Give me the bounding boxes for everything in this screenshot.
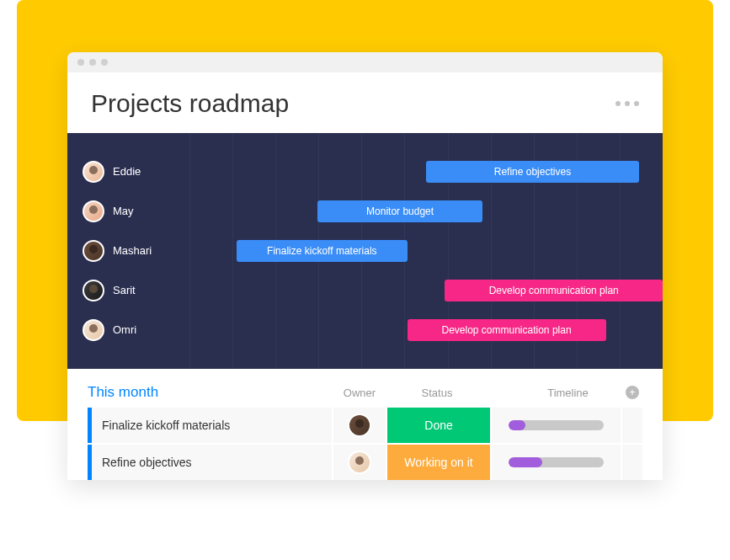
person-name: Mashari: [113, 244, 152, 257]
gantt-bar[interactable]: Develop communication plan: [445, 280, 663, 301]
plus-icon: +: [626, 386, 639, 399]
person-name: Eddie: [113, 165, 141, 178]
gantt-row: Mashari Finalize kickoff materials: [67, 231, 663, 270]
gantt-row: Sarit Develop communication plan: [67, 270, 663, 310]
traffic-light-icon: [89, 59, 96, 66]
dots-icon: [615, 101, 621, 106]
progress-bar: [509, 420, 604, 430]
gantt-person: May: [67, 200, 189, 222]
person-name: Omri: [113, 323, 136, 336]
person-name: Sarit: [113, 284, 136, 296]
avatar: [83, 200, 104, 222]
column-header-timeline: Timeline: [488, 387, 622, 399]
gantt-timeline: Eddie Refine objectives May Monitor budg…: [67, 133, 663, 369]
task-name-cell[interactable]: Refine objectives: [88, 445, 332, 480]
progress-bar: [509, 457, 604, 467]
app-window: Projects roadmap Eddie Refine objectives…: [67, 52, 663, 480]
gantt-row: Eddie Refine objectives: [67, 152, 663, 191]
table-row[interactable]: Refine objectives Working on it: [88, 445, 642, 480]
section-title: This month: [88, 384, 333, 401]
progress-fill: [509, 457, 542, 467]
avatar: [348, 413, 371, 437]
avatar: [83, 240, 104, 262]
gantt-track: Develop communication plan: [189, 280, 663, 301]
task-end-cell: [622, 445, 642, 480]
gantt-person: Sarit: [67, 280, 189, 301]
add-column-button[interactable]: +: [622, 386, 642, 399]
section-header-row: This month Owner Status Timeline +: [88, 384, 642, 408]
gantt-bar[interactable]: Finalize kickoff materials: [237, 240, 407, 262]
table-row[interactable]: Finalize kickoff materials Done: [88, 408, 642, 443]
gantt-track: Monitor budget: [189, 200, 663, 222]
avatar: [83, 161, 104, 183]
window-titlebar: [67, 52, 663, 72]
avatar: [83, 280, 104, 301]
traffic-light-icon: [77, 59, 84, 66]
dots-icon: [634, 101, 639, 106]
progress-fill: [509, 420, 525, 430]
gantt-track: Develop communication plan: [189, 319, 663, 341]
column-header-owner: Owner: [333, 387, 386, 399]
page-title: Projects roadmap: [91, 89, 289, 118]
gantt-track: Refine objectives: [189, 161, 663, 183]
gantt-bar[interactable]: Monitor budget: [317, 200, 483, 222]
gantt-row: Omri Develop communication plan: [67, 310, 663, 349]
gantt-person: Omri: [67, 319, 189, 341]
avatar: [348, 451, 371, 474]
task-timeline-cell[interactable]: [492, 408, 621, 443]
gantt-row: May Monitor budget: [67, 191, 663, 231]
traffic-light-icon: [101, 59, 108, 66]
gantt-bar[interactable]: Develop communication plan: [408, 319, 606, 341]
column-header-status: Status: [386, 387, 488, 399]
task-owner-cell[interactable]: [333, 408, 386, 443]
avatar: [83, 319, 104, 341]
task-status-cell[interactable]: Done: [387, 408, 490, 443]
gantt-person: Eddie: [67, 161, 189, 183]
gantt-person: Mashari: [67, 240, 189, 262]
more-options-button[interactable]: [615, 101, 639, 106]
dots-icon: [625, 101, 630, 106]
task-owner-cell[interactable]: [333, 445, 386, 480]
task-end-cell: [622, 408, 642, 443]
task-name-cell[interactable]: Finalize kickoff materials: [88, 408, 332, 443]
task-timeline-cell[interactable]: [492, 445, 621, 480]
person-name: May: [113, 205, 134, 217]
gantt-bar[interactable]: Refine objectives: [426, 161, 639, 183]
page-header: Projects roadmap: [67, 72, 663, 133]
gantt-track: Finalize kickoff materials: [189, 240, 663, 262]
task-status-cell[interactable]: Working on it: [387, 445, 490, 480]
task-section: This month Owner Status Timeline + Final…: [67, 369, 663, 480]
